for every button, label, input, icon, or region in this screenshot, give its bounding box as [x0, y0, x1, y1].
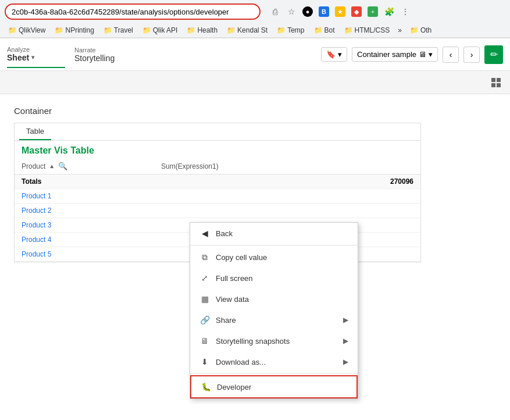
storytelling-menu-icon: 🖥	[199, 336, 210, 346]
qlik-header: Analyze Sheet ▾ Narrate Storytelling 🔖 ▾…	[0, 38, 510, 71]
share-icon[interactable]: ⎙	[270, 6, 280, 17]
more-bookmarks-button[interactable]: »	[395, 25, 404, 35]
menu-item-fullscreen[interactable]: ⤢ Full screen	[190, 268, 358, 289]
bookmark-label: NPrinting	[65, 26, 94, 34]
totals-label: Totals	[15, 175, 154, 189]
menu-item-back-label: Back	[216, 229, 233, 238]
bookmark-qlikview[interactable]: 📁 QlikView	[5, 25, 49, 35]
bookmark-label: QlikView	[19, 26, 45, 34]
product-3-cell[interactable]: Product 3	[15, 218, 154, 233]
viewdata-icon: ▦	[199, 294, 210, 304]
bookmark-label: HTML/CSS	[355, 26, 390, 34]
column-search-icon[interactable]: 🔍	[58, 162, 67, 170]
bookmark-button[interactable]: 🔖 ▾	[321, 47, 347, 62]
menu-item-copy-label: Copy cell value	[216, 253, 267, 262]
analyze-sheet-tab[interactable]: Analyze Sheet ▾	[7, 41, 65, 68]
bookmark-health[interactable]: 📁 Health	[183, 25, 221, 35]
menu-item-share[interactable]: 🔗 Share ▶	[190, 309, 358, 330]
narrate-storytelling-tab[interactable]: Narrate Storytelling	[65, 42, 124, 67]
bookmark-nprinting[interactable]: 📁 NPrinting	[51, 25, 97, 35]
table-tab[interactable]: Table	[19, 123, 51, 140]
bookmark-travel[interactable]: 📁 Travel	[100, 25, 137, 35]
analyze-label: Analyze	[7, 46, 30, 53]
menu-item-back[interactable]: ◀ Back	[190, 223, 358, 244]
menu-separator-1	[190, 245, 358, 245]
bookmark-label: Qlik API	[153, 26, 178, 34]
totals-row: Totals 270096	[15, 175, 420, 189]
bookmark-label: Oth	[420, 26, 431, 34]
container-selector[interactable]: Container sample 🖥 ▾	[352, 47, 438, 62]
developer-icon: 🐛	[201, 382, 211, 392]
menu-item-download[interactable]: ⬇ Download as... ▶	[190, 351, 358, 372]
folder-icon: 📁	[8, 26, 17, 34]
sheet-chevron-icon: ▾	[31, 54, 34, 60]
product-header-label: Product	[22, 162, 45, 170]
bookmark-kendalst[interactable]: 📁 Kendal St	[223, 25, 271, 35]
star-icon[interactable]: ☆	[286, 6, 297, 17]
copy-icon: ⧉	[199, 252, 210, 262]
bookmark-label: Travel	[114, 26, 133, 34]
container-title: Container	[14, 106, 496, 116]
next-button[interactable]: ›	[463, 47, 480, 63]
bookmark-htmlcss[interactable]: 📁 HTML/CSS	[341, 25, 394, 35]
menu-item-download-label: Download as...	[216, 358, 266, 366]
storytelling-label: Storytelling	[74, 54, 115, 63]
toolbar-row	[0, 71, 510, 94]
address-bar: ⎙ ☆ ● B ★ ◆ + 🧩 ⋮	[0, 0, 510, 23]
svg-rect-1	[497, 78, 501, 82]
screen-icon: 🖥	[419, 50, 426, 59]
expression-column-header: Sum(Expression1)	[154, 158, 420, 175]
menu-item-copy[interactable]: ⧉ Copy cell value	[190, 247, 358, 268]
product-column-header: Product ▲ 🔍	[15, 158, 154, 175]
fullscreen-icon: ⤢	[199, 273, 210, 283]
share-arrow-icon: ▶	[343, 316, 348, 324]
profile-icon[interactable]: ●	[302, 6, 313, 17]
download-icon: ⬇	[199, 357, 210, 367]
grid-view-icon[interactable]	[489, 76, 503, 90]
browser-chrome: ⎙ ☆ ● B ★ ◆ + 🧩 ⋮ 📁 QlikView 📁 NPrinting…	[0, 0, 510, 38]
product-5-cell[interactable]: Product 5	[15, 247, 154, 262]
bookmark-label: Health	[197, 26, 217, 34]
menu-icon[interactable]: ⋮	[400, 6, 411, 17]
folder-icon: 📁	[142, 26, 151, 34]
bookmark-oth[interactable]: 📁 Oth	[406, 25, 435, 35]
prev-button[interactable]: ‹	[443, 47, 459, 63]
edit-button[interactable]: ✏	[484, 45, 503, 64]
folder-icon: 📁	[104, 26, 112, 34]
ext-b-icon[interactable]: B	[319, 6, 329, 17]
svg-rect-0	[491, 78, 495, 82]
puzzle-icon[interactable]: 🧩	[384, 6, 394, 17]
folder-icon: 📁	[227, 26, 236, 34]
ext-r-icon[interactable]: ◆	[351, 6, 362, 17]
menu-item-storytelling[interactable]: 🖥 Storytelling snapshots ▶	[190, 330, 358, 351]
menu-separator-2	[190, 373, 358, 374]
product-2-cell[interactable]: Product 2	[15, 204, 154, 218]
ext-g-icon[interactable]: +	[368, 6, 378, 17]
sheet-label: Sheet ▾	[7, 53, 34, 62]
totals-value: 270096	[154, 175, 420, 189]
bookmark-bot[interactable]: 📁 Bot	[311, 25, 338, 35]
product-4-cell[interactable]: Product 4	[15, 233, 154, 247]
svg-rect-2	[491, 83, 495, 87]
menu-item-developer[interactable]: 🐛 Developer	[190, 375, 358, 398]
folder-icon: 📁	[187, 26, 195, 34]
bookmark-temp[interactable]: 📁 Temp	[273, 25, 308, 35]
sort-icon[interactable]: ▲	[49, 163, 55, 169]
bookmark-qlikapi[interactable]: 📁 Qlik API	[139, 25, 181, 35]
header-right: 🔖 ▾ Container sample 🖥 ▾ ‹ › ✏	[321, 45, 503, 64]
storytelling-arrow-icon: ▶	[343, 337, 348, 345]
bookmark-label: Bot	[324, 26, 335, 34]
main-content: Container Table Master Vis Table Product…	[0, 94, 510, 274]
table-row: Product 2	[15, 204, 420, 218]
container-chevron-icon: ▾	[429, 50, 433, 59]
folder-icon: 📁	[277, 26, 286, 34]
menu-item-viewdata[interactable]: ▦ View data	[190, 289, 358, 309]
container-name: Container sample	[357, 50, 416, 59]
bookmark-label: Kendal St	[237, 26, 268, 34]
back-icon: ◀	[199, 228, 210, 239]
product-1-cell[interactable]: Product 1	[15, 189, 154, 204]
value-1-cell	[154, 189, 420, 204]
address-input[interactable]	[5, 3, 261, 20]
bookmark-icon: 🔖	[326, 50, 336, 59]
ext-y-icon[interactable]: ★	[335, 6, 345, 17]
